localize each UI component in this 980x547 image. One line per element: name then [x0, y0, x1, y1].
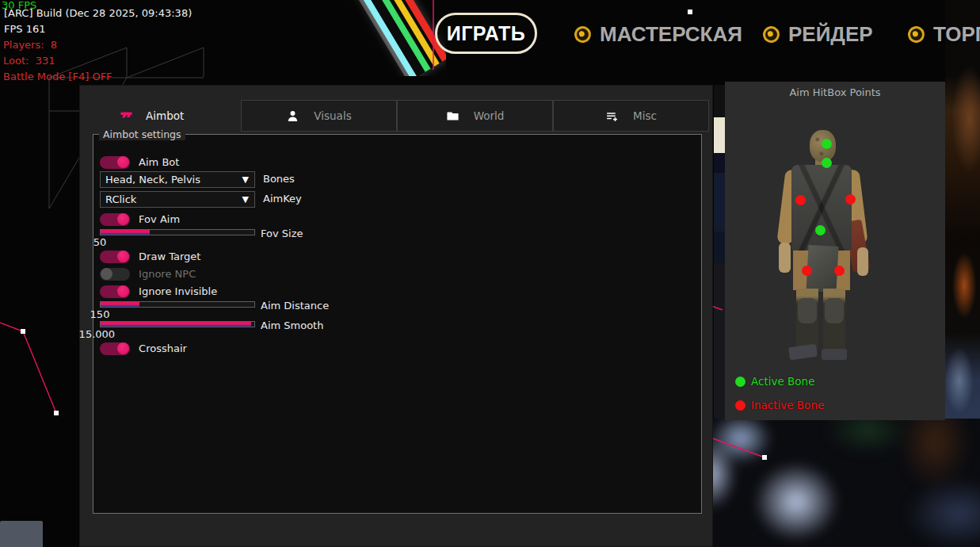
- aimkey-label: AimKey: [263, 193, 302, 205]
- esp-vertex-dot: [54, 411, 59, 415]
- menu-item-label: РЕЙДЕР: [788, 22, 873, 47]
- aimkey-dropdown[interactable]: RClick: [100, 191, 255, 208]
- background-sliver: [714, 231, 725, 263]
- aim-smooth-label: Aim Smooth: [261, 319, 323, 331]
- chevron-down-icon: [242, 174, 249, 185]
- draw-target-label: Draw Target: [139, 251, 200, 262]
- fov-size-label: Fov Size: [261, 228, 303, 239]
- bones-row: Head, Neck, Pelvis Bones: [100, 171, 255, 189]
- pistol-icon: [120, 109, 133, 123]
- ignore-invisible-toggle[interactable]: [100, 285, 130, 298]
- model-torso: [791, 165, 852, 251]
- legend-active-bone: Active Bone: [735, 375, 814, 388]
- ignore-npc-label: Ignore NPC: [139, 268, 196, 280]
- tab-visuals[interactable]: Visuals: [241, 100, 397, 132]
- bones-dropdown-value: Head, Neck, Pelvis: [105, 174, 200, 186]
- menu-item-raider[interactable]: РЕЙДЕР: [763, 23, 873, 45]
- play-button[interactable]: ИГРАТЬ: [435, 13, 537, 54]
- aim-bot-label: Aim Bot: [139, 156, 179, 168]
- hitbox-point-head: [822, 139, 832, 149]
- inactive-bone-dot-icon: [735, 400, 745, 411]
- aim-smooth-slider[interactable]: [100, 321, 255, 327]
- slider-fill: [101, 322, 251, 327]
- chevron-down-icon: [242, 194, 249, 205]
- fov-size-slider[interactable]: [100, 229, 255, 235]
- tab-misc[interactable]: Misc: [553, 100, 709, 132]
- folder-icon: [446, 109, 459, 123]
- background-sliver: [714, 85, 725, 117]
- esp-tracer-line: [0, 321, 56, 413]
- coin-icon: [906, 25, 926, 44]
- esp-vertex-dot: [21, 329, 25, 334]
- model-left-boot: [788, 344, 818, 361]
- hitbox-point-left-arm: [795, 195, 806, 205]
- menu-item-label: МАСТЕРСКАЯ: [600, 22, 742, 47]
- aim-distance-value: 150: [90, 308, 110, 320]
- ignore-invisible-row: Ignore Invisible: [100, 283, 217, 300]
- hud-build-info: [ARC] Build (Dec 28 2025, 09:43:38): [4, 8, 192, 19]
- coin-icon: [761, 25, 781, 44]
- rainbow-neon-sign: [315, 0, 446, 76]
- legend-inactive-bone: Inactive Bone: [735, 399, 824, 411]
- fov-aim-label: Fov Aim: [139, 213, 180, 225]
- person-icon: [286, 109, 299, 123]
- tab-label: Misc: [633, 109, 657, 122]
- aim-distance-slider[interactable]: [100, 301, 255, 308]
- hitbox-point-neck: [822, 158, 832, 168]
- menu-item-label: ТОРГО: [933, 22, 980, 47]
- crosshair-row: Crosshair: [100, 340, 187, 358]
- esp-vertex-dot: [688, 10, 692, 14]
- game-screen: { "colors": { "accent": "#e7135f", "togg…: [0, 0, 980, 547]
- tab-label: Visuals: [314, 109, 351, 122]
- slider-fill: [101, 302, 139, 307]
- hitbox-point-right-thigh: [834, 266, 845, 276]
- tab-label: Aimbot: [146, 109, 184, 122]
- aimkey-dropdown-value: RClick: [105, 193, 136, 205]
- hud-loot-count: Loot: 331: [3, 55, 55, 67]
- coin-icon: [573, 25, 593, 44]
- menu-item-trader[interactable]: ТОРГО: [908, 23, 980, 45]
- bones-label: Bones: [263, 173, 295, 185]
- fov-aim-toggle[interactable]: [100, 213, 130, 226]
- fov-size-value: 50: [93, 236, 107, 248]
- aimbot-settings-group: Aimbot settings Aim Bot Head, Neck, Pelv…: [93, 134, 702, 514]
- ignore-npc-toggle[interactable]: [100, 268, 130, 281]
- crosshair-toggle[interactable]: [100, 342, 130, 355]
- hitbox-panel: Aim HitBox Points Active Bone Inactive B…: [725, 82, 945, 420]
- draw-target-toggle[interactable]: [100, 251, 130, 263]
- ignore-npc-row: Ignore NPC: [100, 266, 196, 283]
- hitbox-panel-title: Aim HitBox Points: [725, 86, 945, 98]
- background-sliver: [714, 153, 725, 173]
- tab-world[interactable]: World: [397, 100, 553, 132]
- tab-aimbot[interactable]: Aimbot: [93, 100, 241, 132]
- crosshair-label: Crosshair: [139, 342, 187, 354]
- playlist-add-icon: [605, 109, 619, 123]
- slider-fill: [101, 230, 150, 235]
- aim-bot-row: Aim Bot: [100, 154, 179, 171]
- model-left-hand: [779, 243, 791, 273]
- play-button-label: ИГРАТЬ: [447, 22, 526, 45]
- hitbox-point-left-thigh: [802, 266, 812, 276]
- legend-label: Active Bone: [751, 375, 814, 388]
- draw-target-row: Draw Target: [100, 248, 200, 266]
- rainbow-stripes: [347, 0, 446, 76]
- background-blur-shapes: [713, 419, 980, 547]
- model-right-knee: [825, 298, 844, 323]
- player-model-preview: [780, 127, 883, 361]
- tab-label: World: [474, 109, 505, 122]
- aim-distance-label: Aim Distance: [261, 300, 329, 312]
- background-block: [0, 521, 43, 547]
- model-right-boot: [822, 349, 847, 360]
- hitbox-point-pelvis: [815, 225, 826, 235]
- bones-dropdown[interactable]: Head, Neck, Pelvis: [100, 171, 255, 188]
- fov-aim-row: Fov Aim: [100, 211, 180, 228]
- cheat-menu-panel: Aimbot Visuals World Misc Aimbot setting…: [79, 85, 713, 547]
- background-sliver: [714, 173, 725, 231]
- active-bone-dot-icon: [735, 377, 745, 387]
- menu-item-workshop[interactable]: МАСТЕРСКАЯ: [574, 23, 742, 45]
- aimkey-row: RClick AimKey: [100, 191, 255, 208]
- legend-label: Inactive Bone: [751, 399, 824, 411]
- background-sliver: [714, 263, 725, 419]
- aim-bot-toggle[interactable]: [100, 156, 130, 169]
- hud-fps-value: FPS 161: [4, 24, 46, 35]
